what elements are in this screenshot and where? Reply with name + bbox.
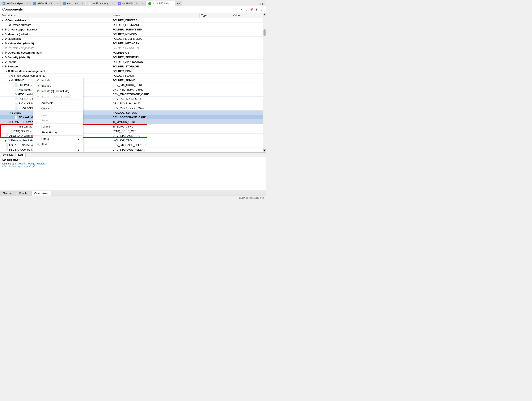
tab-close-1[interactable]: × bbox=[27, 2, 28, 5]
tab-close-5[interactable]: × bbox=[142, 2, 143, 5]
window-controls: ─ □ × bbox=[257, 2, 266, 6]
reload-icon bbox=[36, 125, 40, 129]
exclude-quick-icon: ⊖ bbox=[36, 95, 40, 98]
tab-c-icon3: C bbox=[63, 2, 66, 5]
ctx-exclude[interactable]: ✖ Exclude bbox=[33, 83, 83, 88]
table-row[interactable]: ▼⚙Storage FOLDER_STORAGE bbox=[0, 64, 263, 69]
table-container[interactable]: Description Name Type Value ▶⚙Device dri… bbox=[0, 13, 263, 152]
view-tab-components[interactable]: Components bbox=[32, 191, 51, 195]
win-maximize[interactable]: □ bbox=[260, 2, 263, 6]
filters-icon bbox=[36, 137, 40, 141]
table-row[interactable]: ▶⚙Multimedia FOLDER_MULTIMEDIA bbox=[0, 37, 263, 41]
tab-h-icon: H bbox=[118, 2, 121, 5]
tab-vxbam[interactable]: C vxbAm38xxI2c.c × bbox=[31, 1, 61, 6]
ctx-sep-4 bbox=[33, 136, 83, 136]
scrollbar-right[interactable]: ▲ ▼ bbox=[263, 13, 266, 152]
tab-vxbomap[interactable]: C vxbOmapGpio... × bbox=[0, 1, 30, 6]
toolbar-minimize-btn[interactable]: ─ bbox=[234, 7, 239, 12]
bottom-panel: Synopsis Log SD card driver Defined at: … bbox=[0, 152, 266, 190]
table-row[interactable]: ▶⚙Driver support libraries FOLDER_SUBSYS… bbox=[0, 27, 263, 32]
ctx-sep-1 bbox=[33, 100, 83, 100]
tab-mscp[interactable]: C mscp_led.c × bbox=[61, 1, 85, 6]
col-type: Type bbox=[199, 13, 231, 18]
tab-am572[interactable]: 📄 am572x_study... × bbox=[86, 1, 116, 6]
content-area: Description Name Type Value ▶⚙Device dri… bbox=[0, 13, 266, 152]
bottom-tab-bar: Synopsis Log bbox=[0, 153, 266, 157]
toolbar-settings-btn[interactable]: ⚙ bbox=[254, 7, 259, 12]
synopsis-defined-at-2: 40vxbSdStorage.cdf age/cdf/ bbox=[2, 165, 264, 168]
table-header: Description Name Type Value bbox=[0, 13, 263, 18]
tab-synopsis[interactable]: Synopsis bbox=[0, 153, 16, 157]
win-minimize[interactable]: ─ bbox=[258, 2, 260, 6]
col-description: Description bbox=[0, 13, 111, 18]
synopsis-defined-at: Defined at: D:vxworks-7/pkgs_v2/storac bbox=[2, 162, 264, 165]
tab-vip-icon bbox=[148, 2, 151, 5]
defined-at-link-2[interactable]: 40vxbSdStorage.cdf bbox=[2, 165, 25, 168]
scroll-down-btn[interactable]: ▼ bbox=[263, 149, 266, 152]
ctx-autoscale[interactable]: Autoscale... bbox=[33, 100, 83, 106]
bottom-content: SD card driver Defined at: D:vxworks-7/p… bbox=[0, 157, 266, 190]
table-row[interactable]: ▶⚙Networking (default) FOLDER_NETWORK bbox=[0, 41, 263, 46]
ctx-include-quick[interactable]: ⊕ Include (Quick Include) bbox=[33, 88, 83, 94]
panel-title: Components bbox=[2, 7, 23, 11]
view-tab-overview[interactable]: Overview bbox=[0, 191, 16, 195]
tab-vxbpin[interactable]: H vxbPinMuxLib.h × bbox=[116, 1, 146, 6]
view-tabs: Overview Bundles Components bbox=[0, 190, 266, 195]
view-tab-bundles[interactable]: Bundles bbox=[17, 191, 31, 195]
panel-toolbar: ─ + □ 📌 ⚙ ? bbox=[234, 7, 264, 12]
exclude-icon: ✖ bbox=[36, 84, 40, 87]
tab-overflow[interactable]: » 24 bbox=[175, 1, 182, 6]
col-name: Name bbox=[111, 13, 199, 18]
ctx-find[interactable]: 🔍 Find bbox=[33, 142, 83, 147]
columns-arrow: ▶ bbox=[78, 149, 80, 151]
win-close[interactable]: × bbox=[263, 2, 265, 6]
include-icon: ✔ bbox=[36, 78, 40, 82]
tab-close-4[interactable]: × bbox=[112, 2, 113, 5]
ctx-save[interactable]: Save bbox=[33, 112, 83, 118]
ctx-check[interactable]: Check bbox=[33, 106, 83, 111]
tab-ti-am5728[interactable]: ti_am5728_vip × bbox=[146, 1, 175, 6]
ctx-show-history[interactable]: Show History... bbox=[33, 129, 83, 135]
toolbar-maximize-btn[interactable]: + bbox=[239, 7, 244, 12]
scroll-track[interactable] bbox=[263, 16, 266, 149]
check-icon bbox=[36, 107, 40, 110]
history-icon bbox=[36, 131, 40, 134]
status-right: CSDN @阿皮说的记忆2 bbox=[239, 196, 264, 200]
table-row[interactable]: ▶⚙Memory (default) FOLDER_MEMORY bbox=[0, 32, 263, 37]
panel-header: Components ─ + □ 📌 ⚙ ? bbox=[0, 6, 266, 13]
tab-close-3[interactable]: × bbox=[82, 2, 83, 5]
tab-c-icon: C bbox=[2, 2, 6, 5]
table-row[interactable]: ▶⚙Startup FOLDER_APPLICATION bbox=[0, 60, 263, 64]
table-row[interactable]: ▶⚙Operating system (default) FOLDER_OS bbox=[0, 50, 263, 55]
autoscale-icon bbox=[36, 101, 40, 105]
table-row[interactable]: ⚙Device firmware FOLDER_FIRMWARE bbox=[0, 23, 263, 27]
tab-close-2[interactable]: × bbox=[57, 2, 58, 5]
scroll-thumb[interactable] bbox=[264, 29, 266, 36]
toolbar-help-btn[interactable]: ? bbox=[260, 7, 264, 12]
ctx-exclude-quick[interactable]: ⊖ Exclude (Quick Exclude) bbox=[33, 94, 83, 99]
synopsis-component-name: SD card driver bbox=[2, 158, 264, 161]
toolbar-restore-btn[interactable]: □ bbox=[244, 7, 249, 12]
context-menu: ✔ Include ✖ Exclude ⊕ Include (Quick Inc… bbox=[33, 77, 83, 152]
ctx-sep-3 bbox=[33, 123, 83, 124]
main-content: Description Name Type Value ▶⚙Device dri… bbox=[0, 13, 266, 195]
ctx-reload[interactable]: Reload bbox=[33, 124, 83, 129]
ctx-revert[interactable]: Revert bbox=[33, 118, 83, 123]
table-row[interactable]: ⚙Obsolete components FOLDER_OBSOLETE bbox=[0, 46, 263, 50]
tab-log[interactable]: Log bbox=[16, 153, 25, 157]
toolbar-pin-btn[interactable]: 📌 bbox=[249, 7, 253, 12]
revert-icon bbox=[36, 119, 40, 122]
col-value: Value bbox=[231, 13, 263, 18]
ctx-columns[interactable]: ▶ bbox=[33, 147, 83, 152]
ctx-filters[interactable]: Filters ▶ bbox=[33, 136, 83, 142]
expand-arrow[interactable]: ▶ bbox=[2, 19, 4, 22]
tab-close-6[interactable]: × bbox=[171, 2, 173, 5]
table-row[interactable]: ▶⚙Device drivers FOLDER_DRIVERS bbox=[0, 18, 263, 23]
scroll-up-btn[interactable]: ▲ bbox=[263, 13, 266, 16]
table-row[interactable]: ▶⚙Security (default) FOLDER_SECURITY bbox=[0, 55, 263, 60]
ctx-include[interactable]: ✔ Include bbox=[33, 77, 83, 83]
filters-arrow: ▶ bbox=[78, 138, 80, 140]
defined-at-link-1[interactable]: D:vxworks-7/pkgs_v2/storac bbox=[15, 162, 47, 165]
columns-icon bbox=[36, 148, 40, 151]
table-row[interactable]: ▼⚙Block device management FOLDER_BDM bbox=[0, 69, 263, 73]
